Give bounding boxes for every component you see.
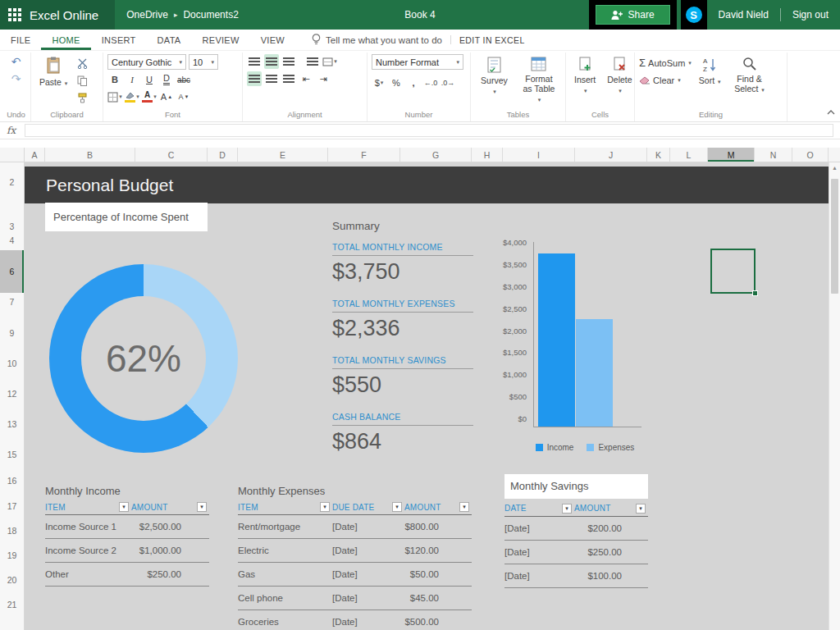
selected-cell-m6[interactable] [710,249,756,294]
row-header-16[interactable]: 16 [0,475,24,486]
align-bottom-icon[interactable] [281,54,296,69]
col-header-a[interactable]: A [25,148,45,162]
align-center-icon[interactable] [264,71,279,86]
number-format-select[interactable]: Number Format▾ [372,54,463,70]
col-header-c[interactable]: C [135,148,208,162]
share-button[interactable]: Share [596,5,670,25]
user-name[interactable]: David Nield [707,0,780,30]
col-header-o[interactable]: O [792,148,829,162]
tab-review[interactable]: REVIEW [192,30,250,50]
row-header-21[interactable]: 21 [0,599,24,610]
tab-data[interactable]: DATA [147,30,192,50]
filter-button[interactable]: ▾ [197,502,207,512]
row-header-7[interactable]: 7 [0,296,24,308]
table-row[interactable]: [Date]$250.00 [504,541,648,564]
scroll-up-arrow-icon[interactable]: ▲ [829,165,840,171]
col-header-e[interactable]: E [238,148,328,162]
double-underline-button[interactable]: D [163,74,170,85]
table-row[interactable]: [Date]$100.00 [504,564,648,588]
bold-button[interactable]: B [107,72,122,87]
delete-cells-button[interactable]: Delete ▾ [603,54,636,97]
col-header-j[interactable]: J [575,148,647,162]
edit-in-excel-button[interactable]: EDIT IN EXCEL [459,30,525,50]
table-row[interactable]: Income Source 1$2,500.00 [45,515,209,539]
font-name-select[interactable]: Century Gothic▾ [107,54,186,70]
row-header-13[interactable]: 13 [0,418,24,430]
row-header-6-selected[interactable]: 6 [0,250,24,293]
wrap-text-icon[interactable] [305,54,320,69]
shrink-font-button[interactable]: A▼ [176,89,191,104]
insert-cells-button[interactable]: Insert ▾ [570,54,600,97]
paste-button[interactable]: Paste ▾ [35,54,71,89]
format-as-table-button[interactable]: Format as Table ▾ [517,54,561,106]
col-header-g[interactable]: G [400,148,472,162]
cut-icon[interactable] [75,56,89,71]
increase-decimal-button[interactable]: ←.0 [423,75,438,90]
worksheet[interactable]: Personal Budget Percentage of Income Spe… [25,162,829,630]
tab-insert[interactable]: INSERT [91,30,147,50]
row-header-3[interactable]: 3 [0,221,24,232]
clear-button[interactable]: Clear▾ [639,75,692,85]
autosum-button[interactable]: Σ AutoSum▾ [639,57,692,69]
row-header-20[interactable]: 20 [0,574,24,586]
undo-icon[interactable]: ↶ [9,54,24,69]
table-row[interactable]: Cell phone[Date]$45.00 [238,587,472,610]
row-header-17[interactable]: 17 [0,500,24,512]
app-launcher-icon[interactable] [0,0,30,30]
select-all-corner[interactable] [0,148,25,162]
underline-button[interactable]: U [142,72,157,87]
decrease-decimal-button[interactable]: .0→ [441,75,455,90]
sign-out-link[interactable]: Sign out [781,0,840,30]
fill-color-button[interactable]: ▾ [125,89,139,104]
table-row[interactable]: [Date]$200.00 [504,517,648,541]
decrease-indent-icon[interactable]: ⇤ [299,71,313,86]
document-title[interactable]: Book 4 [404,9,435,21]
italic-button[interactable]: I [125,72,139,87]
row-header-19[interactable]: 19 [0,550,24,561]
filter-button[interactable]: ▾ [459,502,469,512]
filter-button[interactable]: ▾ [562,504,572,514]
table-row[interactable]: Gas[Date]$50.00 [238,563,472,587]
col-header-m-selected[interactable]: M [708,148,755,162]
filter-button[interactable]: ▾ [392,502,402,512]
table-row[interactable]: Electric[Date]$120.00 [238,539,472,563]
row-header-15[interactable]: 15 [0,449,24,460]
breadcrumb-folder[interactable]: Documents2 [183,9,238,21]
formula-input[interactable] [25,124,833,137]
skype-button[interactable]: S [681,0,707,30]
col-header-f[interactable]: F [328,148,400,162]
collapse-ribbon-button[interactable] [827,103,835,118]
increase-indent-icon[interactable]: ⇥ [316,71,331,86]
survey-button[interactable]: Survey ▾ [475,54,514,98]
col-header-d[interactable]: D [208,148,238,162]
fill-handle[interactable] [752,290,758,296]
strikethrough-button[interactable]: abc [176,72,191,87]
merge-center-button[interactable]: ▾ [322,54,337,69]
comma-format-button[interactable]: , [406,75,421,90]
col-header-b[interactable]: B [45,148,135,162]
vertical-scrollbar[interactable]: ▲ [829,162,840,630]
col-header-l[interactable]: L [670,148,708,162]
row-header-9[interactable]: 9 [0,327,24,339]
row-header-12[interactable]: 12 [0,388,24,399]
row-header-4[interactable]: 4 [0,235,24,246]
percent-format-button[interactable]: % [389,75,404,90]
tab-view[interactable]: VIEW [250,30,295,50]
scrollbar-thumb[interactable] [831,179,838,294]
find-select-button[interactable]: Find & Select ▾ [728,54,771,96]
borders-button[interactable]: ▾ [107,89,122,104]
redo-icon[interactable]: ↷ [9,71,24,86]
table-row[interactable]: Rent/mortgage[Date]$800.00 [238,515,472,539]
col-header-n[interactable]: N [755,148,792,162]
sort-button[interactable]: AZ Sort ▾ [695,54,725,88]
copy-icon[interactable] [75,73,89,88]
filter-button[interactable]: ▾ [636,504,646,514]
row-header-2[interactable]: 2 [0,176,24,188]
align-middle-icon[interactable] [264,54,279,69]
grow-font-button[interactable]: A▲ [159,89,174,104]
breadcrumb-onedrive[interactable]: OneDrive [126,9,168,21]
font-color-button[interactable]: A▾ [142,89,157,104]
align-right-icon[interactable] [281,71,296,86]
font-size-select[interactable]: 10▾ [189,54,218,70]
align-top-icon[interactable] [247,54,262,69]
